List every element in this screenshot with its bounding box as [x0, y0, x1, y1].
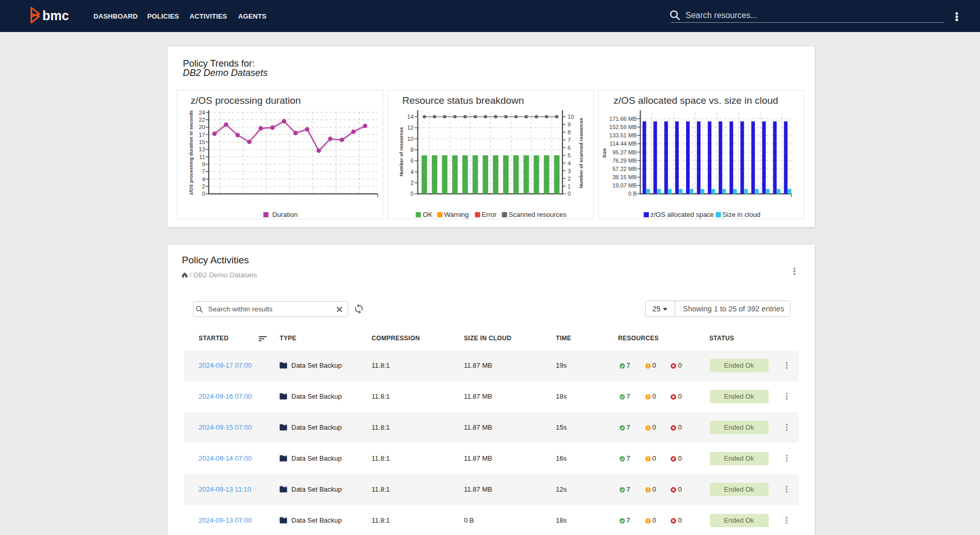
svg-text:76.29 MB: 76.29 MB — [612, 158, 636, 164]
svg-text:171.66 MB: 171.66 MB — [609, 116, 636, 122]
svg-text:0: 0 — [410, 191, 413, 197]
svg-text:38.15 MB: 38.15 MB — [612, 174, 636, 180]
svg-text:10: 10 — [407, 136, 413, 142]
svg-text:3: 3 — [568, 168, 571, 174]
svg-text:Scanned resources: Scanned resources — [509, 211, 567, 218]
svg-text:133.51 MB: 133.51 MB — [609, 132, 636, 138]
svg-text:24: 24 — [199, 109, 205, 116]
svg-text:z/OS processing duration in se: z/OS processing duration in seconds — [188, 111, 194, 195]
svg-text:6: 6 — [410, 158, 413, 164]
svg-text:OK: OK — [423, 211, 432, 218]
svg-text:2: 2 — [202, 183, 205, 190]
svg-text:Size in cloud: Size in cloud — [722, 211, 760, 218]
svg-text:z/OS allocated space vs. size: z/OS allocated space vs. size in cloud — [614, 95, 779, 106]
svg-text:5: 5 — [568, 152, 571, 159]
svg-text:0: 0 — [202, 191, 205, 197]
svg-text:6: 6 — [568, 145, 571, 151]
svg-text:0: 0 — [568, 191, 571, 197]
svg-text:z/OS allocated space: z/OS allocated space — [650, 211, 714, 218]
svg-text:7: 7 — [202, 168, 205, 175]
svg-text:11: 11 — [199, 154, 205, 160]
svg-text:Size: Size — [601, 148, 607, 158]
svg-text:Resource status breakdown: Resource status breakdown — [402, 95, 524, 106]
svg-text:Error: Error — [481, 211, 497, 218]
svg-text:4: 4 — [202, 176, 205, 182]
svg-text:10: 10 — [568, 114, 574, 120]
svg-text:114.44 MB: 114.44 MB — [610, 140, 636, 147]
svg-text:2: 2 — [568, 176, 571, 182]
svg-text:17: 17 — [199, 132, 205, 138]
svg-text:15: 15 — [199, 139, 205, 145]
svg-text:Number of scanned resources: Number of scanned resources — [578, 118, 584, 188]
svg-text:20: 20 — [199, 124, 205, 130]
svg-text:Number of resources: Number of resources — [398, 127, 404, 177]
svg-text:14: 14 — [407, 114, 413, 120]
svg-text:0 B: 0 B — [628, 191, 637, 197]
svg-text:Warning: Warning — [444, 211, 469, 218]
svg-text:8: 8 — [410, 147, 413, 153]
svg-text:22: 22 — [199, 117, 205, 123]
svg-text:7: 7 — [568, 137, 571, 143]
svg-text:13: 13 — [199, 146, 205, 152]
svg-text:9: 9 — [202, 161, 205, 167]
svg-text:19.07 MB: 19.07 MB — [612, 182, 636, 188]
svg-text:4: 4 — [568, 160, 571, 166]
svg-text:z/OS processing duration: z/OS processing duration — [191, 95, 301, 106]
svg-text:152.59 MB: 152.59 MB — [609, 124, 636, 130]
svg-text:9: 9 — [568, 121, 571, 128]
svg-text:57.22 MB: 57.22 MB — [612, 166, 636, 172]
svg-text:2: 2 — [410, 180, 413, 186]
svg-text:Duration: Duration — [272, 211, 298, 218]
svg-text:4: 4 — [410, 169, 413, 175]
svg-text:1: 1 — [568, 183, 571, 190]
svg-text:12: 12 — [407, 124, 413, 131]
svg-text:95.37 MB: 95.37 MB — [612, 149, 636, 155]
svg-text:8: 8 — [568, 129, 571, 135]
